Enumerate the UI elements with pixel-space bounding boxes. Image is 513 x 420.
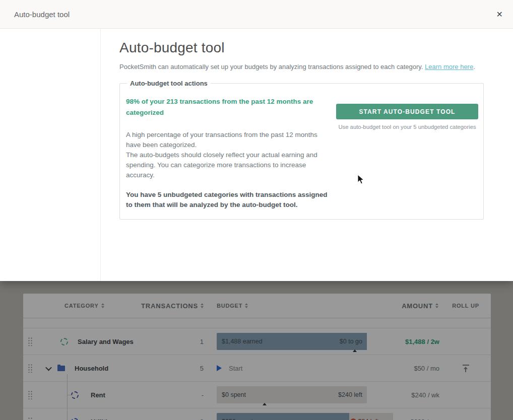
- screen: CATEGORY TRANSACTIONS BUDGET AMOUNT ROLL…: [0, 0, 513, 420]
- intro-text: PocketSmith can automatically set up you…: [119, 63, 513, 71]
- modal-title: Auto-budget tool: [14, 10, 70, 19]
- intro-period: .: [473, 63, 475, 71]
- modal-titlebar: Auto-budget tool ✕: [0, 0, 513, 29]
- modal-left-pane: [0, 29, 101, 281]
- auto-budget-modal: Auto-budget tool ✕ Auto-budget tool Pock…: [0, 0, 513, 281]
- cta-block: START AUTO-BUDGET TOOL Use auto-budget t…: [336, 104, 478, 130]
- close-icon[interactable]: ✕: [496, 10, 503, 19]
- button-hint: Use auto-budget tool on your 5 unbudgete…: [336, 124, 478, 130]
- page-title: Auto-budget tool: [119, 40, 513, 56]
- intro-sentence: PocketSmith can automatically set up you…: [119, 63, 423, 71]
- modal-content: Auto-budget tool PocketSmith can automat…: [119, 29, 513, 281]
- explanation-paragraph: A high percentage of your transactions f…: [126, 130, 334, 150]
- categorization-status: 98% of your 213 transactions from the pa…: [126, 96, 344, 118]
- start-auto-budget-button[interactable]: START AUTO-BUDGET TOOL: [336, 104, 478, 119]
- explanation-paragraph: The auto-budgets should closely reflect …: [126, 150, 334, 180]
- modal-body: Auto-budget tool PocketSmith can automat…: [0, 29, 513, 281]
- learn-more-link[interactable]: Learn more here: [425, 63, 473, 71]
- auto-budget-actions-panel: Auto-budget tool actions 98% of your 213…: [119, 80, 484, 220]
- explanation-block: A high percentage of your transactions f…: [126, 130, 476, 180]
- modal-backdrop-dim[interactable]: [0, 281, 513, 420]
- unbudgeted-summary: You have 5 unbudgeted categories with tr…: [126, 190, 328, 209]
- panel-legend: Auto-budget tool actions: [127, 80, 211, 87]
